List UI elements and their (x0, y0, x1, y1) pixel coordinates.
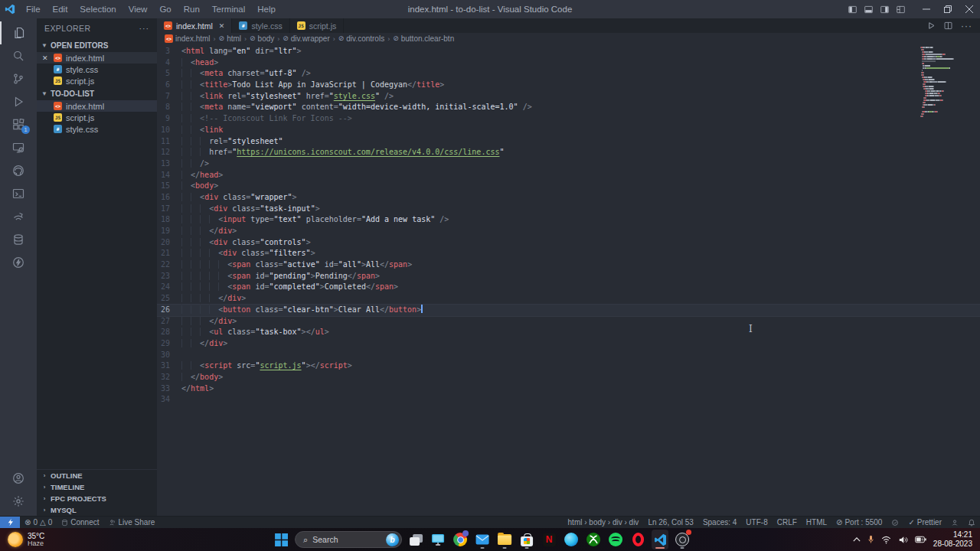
indentation-indicator[interactable]: Spaces: 4 (698, 517, 741, 529)
code-line[interactable]: 15 <body> (157, 181, 980, 192)
menu-file[interactable]: File (20, 0, 47, 18)
taskbar-start-icon[interactable] (273, 530, 289, 549)
breadcrumb-item[interactable]: ⊘html (219, 34, 241, 43)
code-line[interactable]: 27 </div> (157, 316, 980, 328)
code-line[interactable]: 18 <input type="text" placeholder="Add a… (157, 214, 980, 226)
close-icon[interactable]: ✕ (42, 54, 50, 62)
open-editor-item[interactable]: JSscript.js (37, 75, 157, 86)
code-line[interactable]: 20 <div class="controls"> (157, 237, 980, 249)
sidebar-section-outline[interactable]: ›OUTLINE (37, 470, 157, 481)
split-editor-right-icon[interactable] (880, 5, 889, 14)
code-line[interactable]: 17 <div class="task-input"> (157, 204, 980, 215)
restore-button[interactable] (937, 0, 959, 18)
weather-widget[interactable]: 35°C Haze (0, 532, 145, 548)
open-editor-item[interactable]: ✕<>index.html (37, 52, 157, 64)
database-icon[interactable] (0, 228, 37, 251)
code-line[interactable]: 11 rel="stylesheet" (157, 136, 980, 148)
file-item[interactable]: JSscript.js (37, 112, 157, 123)
close-button[interactable] (959, 0, 980, 18)
menu-selection[interactable]: Selection (74, 0, 122, 18)
code-line[interactable]: 28 <ul class="task-box"></ul> (157, 327, 980, 338)
terminal-icon[interactable] (0, 182, 37, 205)
code-line[interactable]: 26 <button class="clear-btn">Clear All</… (157, 305, 980, 316)
sql-connect-button[interactable]: Connect (57, 517, 103, 529)
code-line[interactable]: 33</html> (157, 383, 980, 395)
sidebar-section-mysql[interactable]: ›MYSQL (37, 504, 157, 516)
breadcrumb-item[interactable]: ⊘div.controls (338, 34, 384, 43)
code-area[interactable]: 3<html lang="en" dir="ltr">4 <head>5 <me… (157, 44, 980, 516)
notifications-bell-icon[interactable] (963, 517, 980, 529)
code-line[interactable]: 12 href="https://unicons.iconscout.com/r… (157, 147, 980, 158)
code-line[interactable]: 16 <div class="wrapper"> (157, 192, 980, 204)
run-debug-icon[interactable] (0, 90, 37, 113)
code-line[interactable]: 23 <span id="pending">Pending</span> (157, 271, 980, 282)
taskbar-obs-icon[interactable] (674, 530, 691, 549)
thunder-client-icon[interactable] (0, 251, 37, 274)
source-control-icon[interactable] (0, 67, 37, 90)
taskbar-chrome-icon[interactable] (452, 530, 469, 549)
menu-terminal[interactable]: Terminal (206, 0, 251, 18)
sidebar-section-timeline[interactable]: ›TIMELINE (37, 481, 157, 493)
code-line[interactable]: 25 </div> (157, 293, 980, 305)
wifi-icon[interactable] (881, 536, 891, 544)
explorer-more-icon[interactable]: ··· (139, 24, 150, 33)
menu-run[interactable]: Run (178, 0, 206, 18)
code-line[interactable]: 21 <div class="filters"> (157, 248, 980, 259)
code-line[interactable]: 24 <span id="completed">Completed</span> (157, 282, 980, 293)
breadcrumb-item[interactable]: ⊘div.wrapper (283, 34, 330, 43)
remote-indicator[interactable] (0, 517, 20, 529)
remote-explorer-icon[interactable] (0, 136, 37, 159)
breadcrumb-item[interactable]: ⊘body (250, 34, 274, 43)
prettier-indicator[interactable]: ✓ Prettier (903, 517, 946, 529)
volume-icon[interactable] (898, 536, 908, 544)
cursor-position[interactable]: Ln 26, Col 53 (643, 517, 698, 529)
more-actions-icon[interactable]: ··· (961, 21, 972, 31)
feedback-icon[interactable] (946, 517, 963, 529)
tab-index.html[interactable]: <>index.html✕ (157, 18, 232, 33)
code-line[interactable]: 14 </head> (157, 170, 980, 181)
run-button[interactable] (927, 19, 936, 33)
live-share-button[interactable]: Live Share (103, 517, 159, 529)
folder-section[interactable]: ▼ TO-DO-LIST (37, 86, 157, 100)
taskbar-xbox-icon[interactable] (585, 530, 602, 549)
breadcrumb-item[interactable]: <>index.html (165, 34, 211, 43)
taskbar-task-view-icon[interactable] (407, 530, 424, 549)
tab-style.css[interactable]: #style.css (232, 18, 289, 33)
code-line[interactable]: 19 </div> (157, 226, 980, 237)
minimap[interactable] (920, 47, 968, 120)
taskbar-edge-icon[interactable] (563, 530, 580, 549)
code-line[interactable]: 9 <!-- Iconscout Link For Icons --> (157, 113, 980, 125)
taskbar-netflix-icon[interactable]: N (541, 530, 557, 549)
code-line[interactable]: 22 <span class="active" id="all">All</sp… (157, 259, 980, 271)
taskbar-search[interactable]: ⌕Searchb (295, 531, 402, 548)
battery-icon[interactable] (915, 536, 926, 543)
code-line[interactable]: 3<html lang="en" dir="ltr"> (157, 46, 980, 57)
extensions-icon[interactable]: 1 (0, 113, 37, 136)
customize-layout-icon[interactable] (897, 5, 905, 14)
open-editors-section[interactable]: ▼ OPEN EDITORS (37, 38, 157, 52)
live-server-icon[interactable] (0, 205, 37, 228)
live-server-port[interactable]: ⊘ Port : 5500 (831, 517, 887, 529)
taskbar-desktop-icon[interactable] (430, 530, 446, 549)
toggle-panel-icon[interactable] (848, 5, 857, 14)
eol-indicator[interactable]: CRLF (773, 517, 802, 529)
explorer-icon[interactable] (0, 21, 37, 44)
microphone-icon[interactable] (867, 535, 874, 544)
taskbar-clock[interactable]: 14:21 28-08-2023 (933, 530, 972, 549)
github-icon[interactable] (0, 159, 37, 182)
code-line[interactable]: 34 (157, 394, 980, 406)
tray-chevron-up-icon[interactable] (853, 536, 861, 543)
account-icon[interactable] (0, 467, 37, 490)
tab-script.js[interactable]: JSscript.js (290, 18, 345, 33)
taskbar-file-explorer-icon[interactable] (496, 530, 513, 549)
search-icon[interactable] (0, 44, 37, 67)
file-item[interactable]: #style.css (37, 123, 157, 135)
menu-help[interactable]: Help (251, 0, 282, 18)
taskbar-vscode-icon[interactable] (652, 530, 668, 549)
code-line[interactable]: 8 <meta name="viewport" content="width=d… (157, 102, 980, 113)
minimize-button[interactable] (916, 0, 937, 18)
menu-go[interactable]: Go (153, 0, 177, 18)
code-line[interactable]: 32 </body> (157, 372, 980, 383)
open-editor-item[interactable]: #style.css (37, 64, 157, 75)
settings-icon[interactable] (0, 490, 37, 513)
